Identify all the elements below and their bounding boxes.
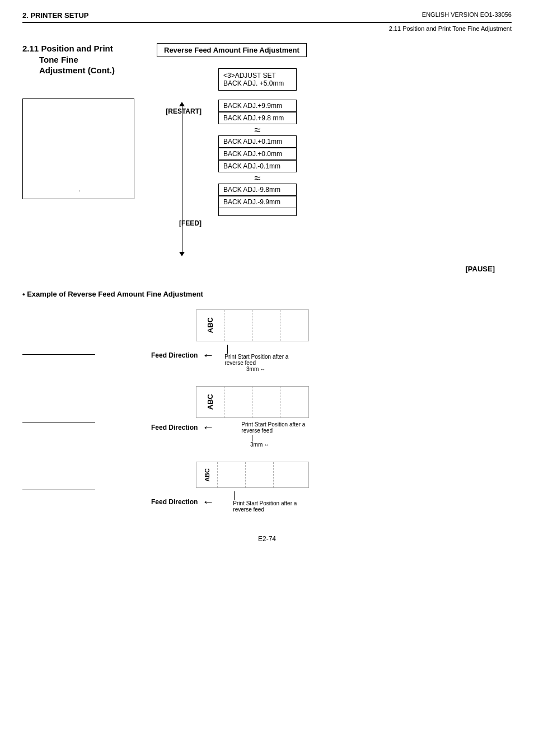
label-strip-1: ABC: [196, 309, 309, 341]
subsection-label: 2.11 Position and Print Tone Fine Adjust…: [22, 25, 512, 32]
feed-label: [FEED]: [157, 219, 202, 227]
adj-boxes: <3>ADJUST SET BACK ADJ. +5.0mm BACK ADJ.…: [218, 68, 297, 216]
right-panel: Reverse Feed Amount Fine Adjustment [RES…: [157, 43, 512, 273]
media-lines: [22, 309, 151, 490]
adj-box-bottom: [218, 208, 297, 216]
arrow-left-1: ←: [202, 349, 214, 361]
adj-box-4: BACK ADJ.+0.0mm: [218, 148, 297, 160]
example-title: • Example of Reverse Feed Amount Fine Ad…: [22, 290, 512, 298]
flow-diagram: [RESTART] [FEED] <3>ADJUST SET BACK ADJ.…: [157, 68, 512, 256]
printer-dot: .: [78, 185, 80, 193]
label-cell-3e: [274, 462, 302, 487]
page-header: 2. PRINTER SETUP ENGLISH VERSION EO1-330…: [22, 11, 512, 23]
label-cell-3: [252, 310, 280, 341]
main-content: 2.11 Position and Print Tone Fine Adjust…: [22, 43, 512, 273]
arrow-left-2: ←: [202, 421, 214, 434]
feed-direction-row-2: Feed Direction ← Print Start Position af…: [151, 421, 309, 434]
tick-2: [252, 435, 252, 442]
label-cell-2: [224, 310, 252, 341]
tick-1: [227, 345, 228, 354]
adj-box-1: BACK ADJ.+9.9mm: [218, 100, 297, 112]
arrow-left-3: ←: [202, 496, 214, 508]
adj-box-2: BACK ADJ.+9.8 mm: [218, 112, 297, 124]
squiggle-1: ≈: [218, 124, 297, 135]
pause-label: [PAUSE]: [157, 265, 495, 273]
label-cell-4b: [280, 387, 308, 417]
reverse-feed-title: Reverse Feed Amount Fine Adjustment: [157, 43, 307, 57]
squiggle-2: ≈: [218, 172, 297, 184]
bottom-arrow: [179, 252, 185, 256]
label-cell-abc-1: ABC: [196, 310, 224, 341]
label-cell-3c: [218, 462, 246, 487]
feed-direction-row-3: Feed Direction ← Print Start Position af…: [151, 491, 309, 513]
mm-indicator-1: 3mm ↔: [246, 366, 309, 372]
label-cell-abc-3: ABC: [196, 462, 218, 487]
feed-examples: ABC Feed Direction ← Print Start Positio…: [151, 309, 309, 513]
adj-box-6: BACK ADJ.-9.8mm: [218, 184, 297, 196]
feed-direction-row-1: Feed Direction ← Print Start Position af…: [151, 345, 309, 366]
examples-container: ABC Feed Direction ← Print Start Positio…: [22, 309, 512, 513]
feed-example-2: ABC Feed Direction ← Print Start Positio…: [151, 386, 309, 448]
left-panel: 2.11 Position and Print Tone Fine Adjust…: [22, 43, 146, 273]
example-section: • Example of Reverse Feed Amount Fine Ad…: [22, 290, 512, 513]
mm-indicator-2: 3mm ↔: [250, 442, 309, 448]
media-line-1: [22, 354, 95, 355]
label-cell-2b: [224, 387, 252, 417]
section-label: 2. PRINTER SETUP: [22, 11, 88, 20]
adj-box-5: BACK ADJ.-0.1mm: [218, 160, 297, 172]
adj-top-box: <3>ADJUST SET BACK ADJ. +5.0mm: [218, 68, 297, 91]
position-annotation-1: Print Start Position after a reverse fee…: [224, 345, 288, 366]
label-cell-abc-2: ABC: [196, 387, 224, 417]
feed-example-3: ABC Feed Direction ← Print Start Positio…: [151, 462, 309, 513]
mm-row-2: [252, 435, 309, 442]
section-heading: 2.11 Position and Print Tone Fine Adjust…: [22, 43, 146, 76]
label-cell-3b: [252, 387, 280, 417]
upper-line: [182, 106, 182, 179]
adj-box-7: BACK ADJ.-9.9mm: [218, 196, 297, 208]
feed-example-1: ABC Feed Direction ← Print Start Positio…: [151, 309, 309, 372]
printer-diagram-box: .: [22, 98, 134, 199]
position-annotation-3: Print Start Position after a reverse fee…: [233, 491, 297, 513]
top-arrow: [179, 102, 185, 106]
vertical-axis: [157, 68, 207, 256]
page-number: E2-74: [258, 535, 276, 543]
lower-line: [182, 179, 182, 252]
restart-label: [RESTART]: [157, 107, 202, 115]
label-strip-2: ABC: [196, 386, 309, 418]
label-cell-3d: [246, 462, 274, 487]
tick-3: [234, 491, 235, 500]
version-label: ENGLISH VERSION EO1-33056: [422, 11, 512, 18]
label-strip-3: ABC: [196, 462, 309, 488]
media-line-2: [22, 422, 95, 422]
position-annotation-2: Print Start Position after a reverse fee…: [241, 421, 305, 434]
label-cell-4: [280, 310, 308, 341]
media-line-3: [22, 490, 95, 490]
page-footer: E2-74: [22, 535, 512, 543]
adj-box-3: BACK ADJ.+0.1mm: [218, 135, 297, 148]
